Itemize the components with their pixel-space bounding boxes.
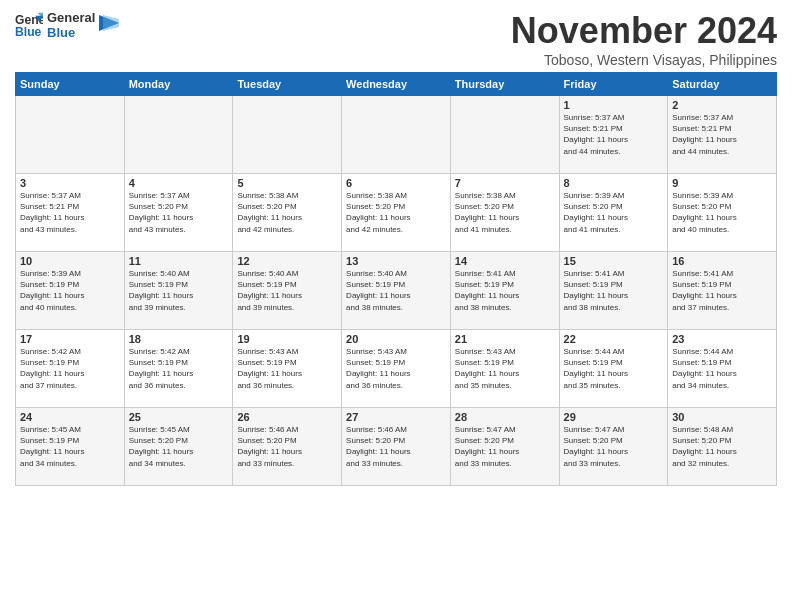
col-header-tuesday: Tuesday	[233, 73, 342, 96]
day-cell: 26Sunrise: 5:46 AM Sunset: 5:20 PM Dayli…	[233, 408, 342, 486]
day-info: Sunrise: 5:42 AM Sunset: 5:19 PM Dayligh…	[129, 346, 229, 391]
calendar-table: SundayMondayTuesdayWednesdayThursdayFrid…	[15, 72, 777, 486]
day-number: 19	[237, 333, 337, 345]
day-cell: 3Sunrise: 5:37 AM Sunset: 5:21 PM Daylig…	[16, 174, 125, 252]
day-cell: 16Sunrise: 5:41 AM Sunset: 5:19 PM Dayli…	[668, 252, 777, 330]
day-cell: 22Sunrise: 5:44 AM Sunset: 5:19 PM Dayli…	[559, 330, 668, 408]
day-cell: 28Sunrise: 5:47 AM Sunset: 5:20 PM Dayli…	[450, 408, 559, 486]
day-info: Sunrise: 5:38 AM Sunset: 5:20 PM Dayligh…	[455, 190, 555, 235]
day-number: 1	[564, 99, 664, 111]
day-number: 29	[564, 411, 664, 423]
day-cell	[450, 96, 559, 174]
day-info: Sunrise: 5:44 AM Sunset: 5:19 PM Dayligh…	[564, 346, 664, 391]
day-cell: 10Sunrise: 5:39 AM Sunset: 5:19 PM Dayli…	[16, 252, 125, 330]
week-row-2: 3Sunrise: 5:37 AM Sunset: 5:21 PM Daylig…	[16, 174, 777, 252]
day-number: 11	[129, 255, 229, 267]
day-info: Sunrise: 5:39 AM Sunset: 5:20 PM Dayligh…	[672, 190, 772, 235]
day-number: 10	[20, 255, 120, 267]
day-info: Sunrise: 5:37 AM Sunset: 5:21 PM Dayligh…	[564, 112, 664, 157]
month-title: November 2024	[511, 10, 777, 52]
day-info: Sunrise: 5:44 AM Sunset: 5:19 PM Dayligh…	[672, 346, 772, 391]
day-cell	[16, 96, 125, 174]
day-number: 7	[455, 177, 555, 189]
day-cell: 17Sunrise: 5:42 AM Sunset: 5:19 PM Dayli…	[16, 330, 125, 408]
day-cell: 20Sunrise: 5:43 AM Sunset: 5:19 PM Dayli…	[342, 330, 451, 408]
day-cell: 15Sunrise: 5:41 AM Sunset: 5:19 PM Dayli…	[559, 252, 668, 330]
day-cell: 21Sunrise: 5:43 AM Sunset: 5:19 PM Dayli…	[450, 330, 559, 408]
day-info: Sunrise: 5:41 AM Sunset: 5:19 PM Dayligh…	[672, 268, 772, 313]
day-info: Sunrise: 5:41 AM Sunset: 5:19 PM Dayligh…	[455, 268, 555, 313]
day-cell: 27Sunrise: 5:46 AM Sunset: 5:20 PM Dayli…	[342, 408, 451, 486]
day-info: Sunrise: 5:42 AM Sunset: 5:19 PM Dayligh…	[20, 346, 120, 391]
svg-text:Blue: Blue	[15, 25, 42, 39]
col-header-sunday: Sunday	[16, 73, 125, 96]
day-info: Sunrise: 5:48 AM Sunset: 5:20 PM Dayligh…	[672, 424, 772, 469]
week-row-3: 10Sunrise: 5:39 AM Sunset: 5:19 PM Dayli…	[16, 252, 777, 330]
day-number: 28	[455, 411, 555, 423]
day-number: 8	[564, 177, 664, 189]
day-cell: 6Sunrise: 5:38 AM Sunset: 5:20 PM Daylig…	[342, 174, 451, 252]
day-number: 22	[564, 333, 664, 345]
day-info: Sunrise: 5:40 AM Sunset: 5:19 PM Dayligh…	[346, 268, 446, 313]
header-row: SundayMondayTuesdayWednesdayThursdayFrid…	[16, 73, 777, 96]
day-cell	[233, 96, 342, 174]
day-cell: 7Sunrise: 5:38 AM Sunset: 5:20 PM Daylig…	[450, 174, 559, 252]
day-cell: 4Sunrise: 5:37 AM Sunset: 5:20 PM Daylig…	[124, 174, 233, 252]
week-row-5: 24Sunrise: 5:45 AM Sunset: 5:19 PM Dayli…	[16, 408, 777, 486]
day-number: 21	[455, 333, 555, 345]
day-number: 3	[20, 177, 120, 189]
day-number: 12	[237, 255, 337, 267]
day-info: Sunrise: 5:38 AM Sunset: 5:20 PM Dayligh…	[346, 190, 446, 235]
day-number: 2	[672, 99, 772, 111]
day-number: 30	[672, 411, 772, 423]
day-info: Sunrise: 5:46 AM Sunset: 5:20 PM Dayligh…	[346, 424, 446, 469]
day-number: 5	[237, 177, 337, 189]
header: General Blue General Blue November 2024 …	[15, 10, 777, 68]
day-info: Sunrise: 5:47 AM Sunset: 5:20 PM Dayligh…	[564, 424, 664, 469]
day-number: 18	[129, 333, 229, 345]
day-info: Sunrise: 5:45 AM Sunset: 5:19 PM Dayligh…	[20, 424, 120, 469]
day-number: 23	[672, 333, 772, 345]
day-number: 9	[672, 177, 772, 189]
day-info: Sunrise: 5:43 AM Sunset: 5:19 PM Dayligh…	[237, 346, 337, 391]
day-cell	[124, 96, 233, 174]
location-subtitle: Toboso, Western Visayas, Philippines	[511, 52, 777, 68]
day-cell: 8Sunrise: 5:39 AM Sunset: 5:20 PM Daylig…	[559, 174, 668, 252]
day-info: Sunrise: 5:39 AM Sunset: 5:19 PM Dayligh…	[20, 268, 120, 313]
day-number: 14	[455, 255, 555, 267]
day-cell: 1Sunrise: 5:37 AM Sunset: 5:21 PM Daylig…	[559, 96, 668, 174]
day-info: Sunrise: 5:37 AM Sunset: 5:21 PM Dayligh…	[672, 112, 772, 157]
logo-general: General	[47, 10, 95, 25]
day-info: Sunrise: 5:37 AM Sunset: 5:21 PM Dayligh…	[20, 190, 120, 235]
day-cell: 19Sunrise: 5:43 AM Sunset: 5:19 PM Dayli…	[233, 330, 342, 408]
day-cell: 24Sunrise: 5:45 AM Sunset: 5:19 PM Dayli…	[16, 408, 125, 486]
day-number: 25	[129, 411, 229, 423]
day-number: 24	[20, 411, 120, 423]
day-info: Sunrise: 5:41 AM Sunset: 5:19 PM Dayligh…	[564, 268, 664, 313]
day-cell: 25Sunrise: 5:45 AM Sunset: 5:20 PM Dayli…	[124, 408, 233, 486]
day-info: Sunrise: 5:40 AM Sunset: 5:19 PM Dayligh…	[237, 268, 337, 313]
day-cell: 29Sunrise: 5:47 AM Sunset: 5:20 PM Dayli…	[559, 408, 668, 486]
day-number: 4	[129, 177, 229, 189]
title-block: November 2024 Toboso, Western Visayas, P…	[511, 10, 777, 68]
day-cell: 18Sunrise: 5:42 AM Sunset: 5:19 PM Dayli…	[124, 330, 233, 408]
col-header-thursday: Thursday	[450, 73, 559, 96]
day-cell: 30Sunrise: 5:48 AM Sunset: 5:20 PM Dayli…	[668, 408, 777, 486]
day-number: 13	[346, 255, 446, 267]
page-container: General Blue General Blue November 2024 …	[0, 0, 792, 496]
day-cell: 13Sunrise: 5:40 AM Sunset: 5:19 PM Dayli…	[342, 252, 451, 330]
day-info: Sunrise: 5:40 AM Sunset: 5:19 PM Dayligh…	[129, 268, 229, 313]
day-number: 27	[346, 411, 446, 423]
day-number: 16	[672, 255, 772, 267]
week-row-4: 17Sunrise: 5:42 AM Sunset: 5:19 PM Dayli…	[16, 330, 777, 408]
logo-icon: General Blue	[15, 11, 43, 39]
day-number: 20	[346, 333, 446, 345]
day-cell: 11Sunrise: 5:40 AM Sunset: 5:19 PM Dayli…	[124, 252, 233, 330]
logo: General Blue General Blue	[15, 10, 119, 40]
day-info: Sunrise: 5:39 AM Sunset: 5:20 PM Dayligh…	[564, 190, 664, 235]
day-number: 15	[564, 255, 664, 267]
day-info: Sunrise: 5:43 AM Sunset: 5:19 PM Dayligh…	[346, 346, 446, 391]
day-cell: 12Sunrise: 5:40 AM Sunset: 5:19 PM Dayli…	[233, 252, 342, 330]
week-row-1: 1Sunrise: 5:37 AM Sunset: 5:21 PM Daylig…	[16, 96, 777, 174]
day-info: Sunrise: 5:47 AM Sunset: 5:20 PM Dayligh…	[455, 424, 555, 469]
